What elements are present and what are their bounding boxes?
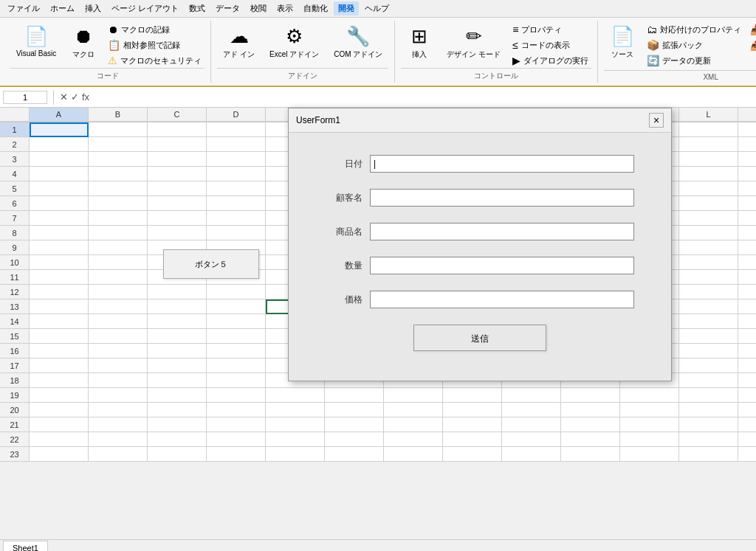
cancel-formula-icon[interactable]: ✕ <box>60 91 68 103</box>
cell[interactable] <box>207 329 266 344</box>
cell[interactable] <box>738 299 756 314</box>
cell[interactable] <box>620 388 679 403</box>
row-header-8[interactable]: 8 <box>0 226 30 240</box>
cell[interactable] <box>679 373 738 388</box>
cell[interactable] <box>620 447 679 462</box>
cell[interactable] <box>561 403 620 417</box>
cell[interactable] <box>89 196 148 211</box>
menu-data[interactable]: データ <box>211 1 244 15</box>
cell[interactable] <box>738 270 756 285</box>
cell[interactable] <box>207 299 266 314</box>
cell[interactable] <box>30 358 89 373</box>
macro-security-button[interactable]: ⚠ マクロのセキュリティ <box>105 53 205 68</box>
cell[interactable] <box>679 152 738 167</box>
cell[interactable] <box>561 388 620 403</box>
formula-input[interactable] <box>92 93 753 102</box>
cell[interactable] <box>679 432 738 447</box>
cell[interactable] <box>89 388 148 403</box>
cell[interactable] <box>89 329 148 344</box>
cell[interactable] <box>679 211 738 226</box>
row-header-15[interactable]: 15 <box>0 329 30 344</box>
cell[interactable] <box>561 417 620 432</box>
cell[interactable] <box>679 226 738 240</box>
cell[interactable] <box>738 211 756 226</box>
row-header-18[interactable]: 18 <box>0 373 30 388</box>
cell[interactable] <box>384 417 443 432</box>
row-header-11[interactable]: 11 <box>0 270 30 285</box>
cell[interactable] <box>89 152 148 167</box>
cell[interactable] <box>207 152 266 167</box>
cell[interactable] <box>30 255 89 270</box>
cell-reference-input[interactable] <box>3 91 47 104</box>
map-props-button[interactable]: 🗂 対応付けのプロパティ <box>644 22 744 37</box>
cell[interactable] <box>266 447 325 462</box>
cell[interactable] <box>148 388 207 403</box>
record-macro-button[interactable]: ⏺ マクロの記録 <box>105 22 205 37</box>
cell[interactable] <box>207 196 266 211</box>
cell[interactable] <box>207 226 266 240</box>
price-input[interactable] <box>370 291 634 308</box>
cell[interactable] <box>266 388 325 403</box>
excel-addin-button[interactable]: ⚙ Excel アドイン <box>264 22 325 63</box>
cell[interactable] <box>30 344 89 358</box>
col-header-a[interactable]: A <box>30 108 89 122</box>
row-header-20[interactable]: 20 <box>0 403 30 417</box>
dialog-run-button[interactable]: ▶ ダイアログの実行 <box>509 53 591 68</box>
cell[interactable] <box>89 240 148 255</box>
cell[interactable] <box>89 447 148 462</box>
cell[interactable] <box>148 344 207 358</box>
cell[interactable] <box>207 403 266 417</box>
cell[interactable] <box>207 373 266 388</box>
cell[interactable] <box>89 314 148 329</box>
cell[interactable] <box>738 167 756 181</box>
cell[interactable] <box>738 196 756 211</box>
cell[interactable] <box>679 240 738 255</box>
cell[interactable] <box>620 417 679 432</box>
cell[interactable] <box>502 432 561 447</box>
row-header-16[interactable]: 16 <box>0 344 30 358</box>
cell[interactable] <box>207 181 266 196</box>
cell[interactable] <box>207 358 266 373</box>
cell[interactable] <box>679 270 738 285</box>
cell[interactable] <box>30 403 89 417</box>
cell[interactable] <box>325 388 384 403</box>
cell[interactable] <box>89 181 148 196</box>
cell[interactable] <box>148 447 207 462</box>
cell[interactable] <box>738 152 756 167</box>
menu-page-layout[interactable]: ページ レイアウト <box>107 1 183 15</box>
menu-automate[interactable]: 自動化 <box>299 1 332 15</box>
cell[interactable] <box>738 417 756 432</box>
cell[interactable] <box>679 285 738 299</box>
cell[interactable] <box>679 122 738 137</box>
menu-home[interactable]: ホーム <box>46 1 79 15</box>
cell[interactable] <box>679 299 738 314</box>
menu-file[interactable]: ファイル <box>3 1 44 15</box>
cell[interactable] <box>561 432 620 447</box>
cell[interactable] <box>738 403 756 417</box>
cell[interactable] <box>30 122 89 137</box>
cell[interactable] <box>30 432 89 447</box>
col-header-c[interactable]: C <box>148 108 207 122</box>
cell[interactable] <box>738 432 756 447</box>
sheet-tab-1[interactable]: Sheet1 <box>3 541 48 552</box>
cell[interactable] <box>502 417 561 432</box>
cell[interactable] <box>384 447 443 462</box>
dialog-close-button[interactable]: × <box>649 113 664 128</box>
cell[interactable] <box>738 358 756 373</box>
cell[interactable] <box>207 417 266 432</box>
cell[interactable] <box>148 403 207 417</box>
customer-input[interactable] <box>370 189 634 207</box>
cell[interactable] <box>148 373 207 388</box>
cell[interactable] <box>30 226 89 240</box>
cell[interactable] <box>620 403 679 417</box>
cell[interactable] <box>738 329 756 344</box>
cell[interactable] <box>30 211 89 226</box>
col-header-m[interactable]: M <box>738 108 756 122</box>
cell[interactable] <box>89 373 148 388</box>
cell[interactable] <box>738 373 756 388</box>
visual-basic-button[interactable]: 📄 Visual Basic <box>10 22 62 60</box>
cell[interactable] <box>738 240 756 255</box>
cell[interactable] <box>266 403 325 417</box>
col-header-b[interactable]: B <box>89 108 148 122</box>
cell[interactable] <box>620 432 679 447</box>
